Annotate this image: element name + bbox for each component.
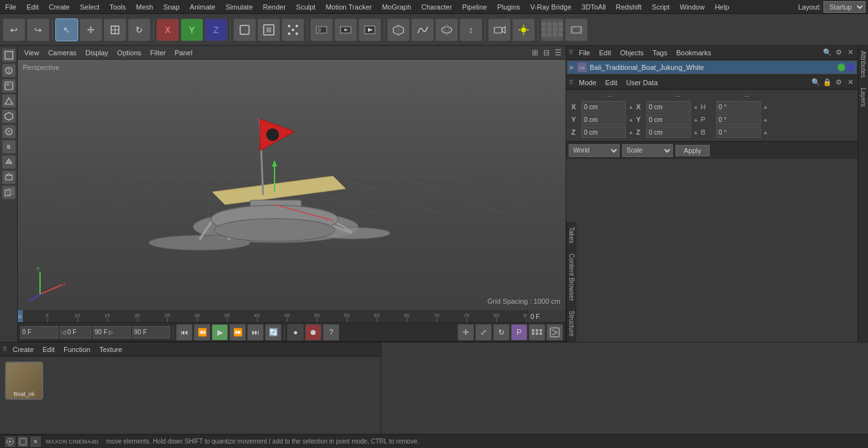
menu-animate[interactable]: Animate: [185, 2, 220, 12]
next-frame-button[interactable]: ⏩: [229, 324, 246, 341]
x-axis-button[interactable]: X: [156, 18, 179, 41]
mat-edit-menu[interactable]: Edit: [39, 345, 58, 354]
attr-close-icon[interactable]: ✕: [845, 78, 855, 88]
object-dot-blue[interactable]: [846, 64, 854, 71]
vtab-takes[interactable]: Takes: [567, 222, 576, 248]
objects-settings-icon[interactable]: ⚙: [834, 48, 844, 58]
y-size-input[interactable]: 0 cm: [646, 114, 691, 125]
attr-search-icon[interactable]: 🔍: [811, 78, 821, 88]
x-pos-arrow[interactable]: ▲: [628, 104, 634, 110]
apply-button[interactable]: Apply: [675, 145, 710, 156]
point-mode-button[interactable]: [281, 18, 304, 41]
viewport[interactable]: X Y Z Perspective Grid Spacing : 1000 cm: [18, 60, 566, 310]
sidebar-btn-2[interactable]: [2, 64, 16, 78]
sidebar-btn-7[interactable]: S: [2, 140, 16, 154]
sidebar-btn-8[interactable]: [2, 155, 16, 169]
z-size-arrow[interactable]: ▲: [693, 130, 698, 135]
z-axis-button[interactable]: Z: [205, 18, 227, 41]
status-icon-1[interactable]: [5, 437, 15, 447]
objects-search-icon[interactable]: 🔍: [822, 48, 832, 58]
start-frame-field[interactable]: 0 F: [20, 326, 58, 339]
menu-character[interactable]: Character: [416, 2, 457, 12]
loop-button[interactable]: 🔄: [265, 324, 281, 341]
sidebar-btn-4[interactable]: [2, 94, 16, 108]
nurbs-button[interactable]: [435, 18, 458, 41]
sidebar-btn-10[interactable]: [2, 186, 16, 200]
record-button[interactable]: ⏺: [305, 324, 322, 341]
menu-help[interactable]: Help: [710, 2, 735, 12]
objects-objects-menu[interactable]: Objects: [617, 48, 647, 57]
menu-pipeline[interactable]: Pipeline: [457, 2, 492, 12]
menu-mograph[interactable]: MoGraph: [377, 2, 416, 12]
timeline-end-button[interactable]: [546, 324, 563, 341]
b-arrow[interactable]: ▲: [763, 130, 768, 135]
go-start-button[interactable]: ⏮: [176, 324, 193, 341]
attr-edit-menu[interactable]: Edit: [602, 78, 621, 87]
p-arrow[interactable]: ▲: [763, 117, 768, 123]
status-icon-2[interactable]: [18, 437, 28, 447]
y-axis-button[interactable]: Y: [180, 18, 203, 41]
vm-filter[interactable]: Filter: [146, 48, 169, 58]
go-end-button[interactable]: ⏭: [247, 324, 264, 341]
menu-sculpt[interactable]: Sculpt: [291, 2, 321, 12]
menu-window[interactable]: Window: [675, 2, 710, 12]
deformer-button[interactable]: ↕: [459, 18, 482, 41]
frame-step-field[interactable]: ◁ 0 F: [60, 326, 92, 339]
film-button[interactable]: [565, 18, 588, 41]
vm-options[interactable]: Options: [113, 48, 145, 58]
rotate-tool-button[interactable]: ↻: [128, 18, 151, 41]
vtab-layers[interactable]: Layers: [858, 83, 868, 112]
vm-display[interactable]: Display: [81, 48, 112, 58]
z-pos-arrow[interactable]: ▲: [628, 130, 634, 135]
attr-lock-icon[interactable]: 🔒: [822, 78, 832, 88]
attr-mode-menu[interactable]: Mode: [576, 78, 600, 87]
object-dot-green[interactable]: [837, 64, 845, 71]
undo-button[interactable]: ↩: [3, 18, 25, 41]
vtab-structure[interactable]: Structure: [567, 306, 576, 342]
sidebar-btn-6[interactable]: [2, 125, 16, 139]
prev-frame-button[interactable]: ⏪: [194, 324, 210, 341]
sidebar-btn-3[interactable]: [2, 79, 16, 93]
menu-edit[interactable]: Edit: [22, 2, 44, 12]
status-icon-3[interactable]: ✕: [31, 437, 41, 447]
sidebar-btn-5[interactable]: [2, 109, 16, 123]
viewport-icon3[interactable]: ☰: [553, 48, 563, 57]
objects-close-icon[interactable]: ✕: [845, 48, 855, 58]
y-pos-arrow[interactable]: ▲: [628, 117, 634, 123]
menu-select[interactable]: Select: [75, 2, 105, 12]
z-pos-input[interactable]: 0 cm: [581, 126, 626, 138]
vm-cameras[interactable]: Cameras: [44, 48, 81, 58]
z-size-input[interactable]: 0 cm: [646, 126, 691, 138]
h-input[interactable]: 0 °: [716, 101, 761, 112]
sidebar-btn-9[interactable]: [2, 170, 16, 184]
vm-panel[interactable]: Panel: [171, 48, 196, 58]
material-thumbnail[interactable]: Boat_ok: [5, 362, 43, 400]
redo-button[interactable]: ↪: [27, 18, 50, 41]
mat-texture-menu[interactable]: Texture: [96, 345, 125, 354]
objects-edit-menu[interactable]: Edit: [596, 48, 614, 57]
end-preview-field[interactable]: 90 F ▷: [93, 326, 131, 339]
spline-button[interactable]: [411, 18, 434, 41]
menu-script[interactable]: Script: [647, 2, 675, 12]
mat-function-menu[interactable]: Function: [60, 345, 93, 354]
h-arrow[interactable]: ▲: [763, 104, 768, 110]
objects-file-menu[interactable]: File: [576, 48, 593, 57]
scale-key-button[interactable]: ⤢: [475, 324, 492, 341]
menu-create[interactable]: Create: [44, 2, 75, 12]
menu-render[interactable]: Render: [258, 2, 291, 12]
y-pos-input[interactable]: 0 cm: [581, 114, 626, 125]
vtab-content-browser[interactable]: Content Browser: [567, 248, 576, 306]
attr-settings-icon[interactable]: ⚙: [834, 78, 844, 88]
menu-file[interactable]: File: [0, 2, 22, 12]
vtab-attributes[interactable]: Attributes: [858, 46, 868, 83]
dots-menu-button[interactable]: [541, 18, 564, 41]
menu-tools[interactable]: Tools: [104, 2, 131, 12]
render-region-button[interactable]: [310, 18, 333, 41]
play-button[interactable]: ▶: [212, 324, 228, 341]
menu-redshift[interactable]: Redshift: [611, 2, 646, 12]
x-size-arrow[interactable]: ▲: [693, 104, 698, 110]
pivot-button[interactable]: P: [511, 324, 527, 341]
help-button[interactable]: ?: [323, 324, 339, 341]
menu-simulate[interactable]: Simulate: [220, 2, 258, 12]
scale-select[interactable]: Scale: [622, 144, 673, 157]
